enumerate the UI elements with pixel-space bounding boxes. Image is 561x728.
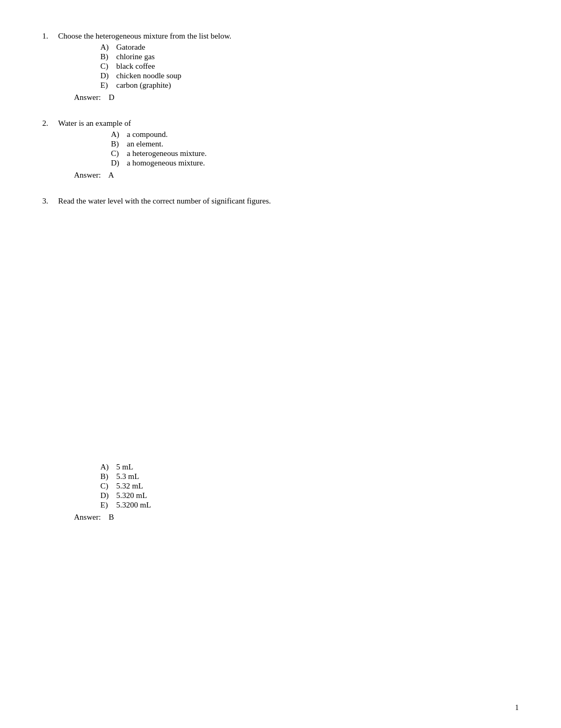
q2-option-b-text: an element.: [127, 140, 163, 149]
q2-option-d-label: D): [111, 159, 127, 168]
q3-answer-label: Answer:: [74, 513, 101, 521]
list-item: A) 5 mL: [100, 463, 519, 472]
list-item: D) 5.320 mL: [100, 491, 519, 500]
q1-option-b-text: chlorine gas: [116, 52, 155, 61]
q2-option-c-text: a heterogeneous mixture.: [127, 149, 207, 158]
q1-options: A) Gatorade B) chlorine gas C) black cof…: [100, 43, 519, 90]
q1-number: 1.: [42, 32, 58, 41]
q2-option-a-text: a compound.: [127, 130, 167, 139]
q3-option-e-text: 5.3200 mL: [116, 501, 151, 510]
q3-option-d-text: 5.320 mL: [116, 491, 147, 500]
q2-option-b-label: B): [111, 140, 127, 149]
q1-option-b-label: B): [100, 52, 116, 61]
q1-option-e-label: E): [100, 81, 116, 90]
list-item: C) black coffee: [100, 62, 519, 71]
list-item: B) chlorine gas: [100, 52, 519, 61]
q1-option-e-text: carbon (graphite): [116, 81, 171, 90]
list-item: C) a heterogeneous mixture.: [111, 149, 519, 158]
list-item: B) 5.3 mL: [100, 472, 519, 481]
q3-option-b-label: B): [100, 472, 116, 481]
q2-text: Water is an example of: [58, 119, 519, 128]
q1-answer: Answer: D: [74, 93, 519, 102]
question-3-block: 3. Read the water level with the correct…: [42, 197, 519, 522]
page: 1. Choose the heterogeneous mixture from…: [0, 0, 561, 728]
list-item: E) 5.3200 mL: [100, 501, 519, 510]
q3-options: A) 5 mL B) 5.3 mL C) 5.32 mL D) 5.320 mL…: [100, 463, 519, 510]
list-item: A) a compound.: [111, 130, 519, 139]
q1-text: Choose the heterogeneous mixture from th…: [58, 32, 519, 41]
q3-option-b-text: 5.3 mL: [116, 472, 139, 481]
question-1-block: 1. Choose the heterogeneous mixture from…: [42, 32, 519, 102]
q1-option-a-text: Gatorade: [116, 43, 145, 52]
q1-option-d-text: chicken noodle soup: [116, 71, 181, 80]
q2-answer: Answer: A: [74, 171, 519, 180]
q2-options: A) a compound. B) an element. C) a heter…: [111, 130, 519, 168]
q1-option-c-text: black coffee: [116, 62, 155, 71]
q3-answer-value: B: [109, 513, 114, 521]
list-item: D) chicken noodle soup: [100, 71, 519, 80]
cylinder-illustration-area: [42, 208, 519, 462]
q2-number: 2.: [42, 119, 58, 128]
q3-option-e-label: E): [100, 501, 116, 510]
q1-option-a-label: A): [100, 43, 116, 52]
q1-option-d-label: D): [100, 71, 116, 80]
q2-answer-value: A: [108, 171, 114, 179]
q3-option-a-label: A): [100, 463, 116, 472]
q3-option-c-label: C): [100, 482, 116, 491]
q3-number: 3.: [42, 197, 58, 206]
list-item: B) an element.: [111, 140, 519, 149]
list-item: E) carbon (graphite): [100, 81, 519, 90]
q3-option-a-text: 5 mL: [116, 463, 133, 472]
q1-answer-value: D: [109, 93, 115, 102]
q3-option-c-text: 5.32 mL: [116, 482, 143, 491]
q3-option-d-label: D): [100, 491, 116, 500]
q1-answer-label: Answer:: [74, 93, 101, 102]
q3-answer: Answer: B: [74, 513, 519, 522]
q3-text: Read the water level with the correct nu…: [58, 197, 519, 206]
list-item: A) Gatorade: [100, 43, 519, 52]
q2-option-a-label: A): [111, 130, 127, 139]
q2-option-d-text: a homogeneous mixture.: [127, 159, 205, 168]
q2-option-c-label: C): [111, 149, 127, 158]
q2-answer-label: Answer:: [74, 171, 101, 179]
list-item: D) a homogeneous mixture.: [111, 159, 519, 168]
page-number: 1: [515, 704, 519, 712]
list-item: C) 5.32 mL: [100, 482, 519, 491]
question-2-block: 2. Water is an example of A) a compound.…: [42, 119, 519, 180]
q1-option-c-label: C): [100, 62, 116, 71]
